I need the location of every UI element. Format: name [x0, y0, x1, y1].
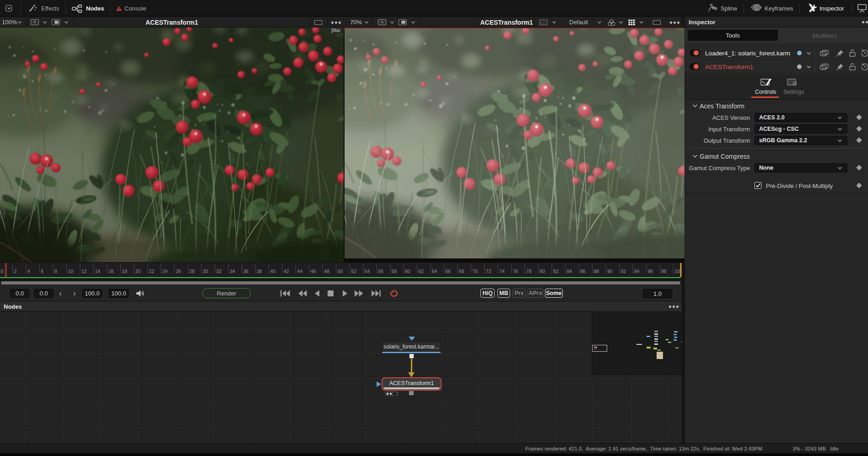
svg-text:76: 76 [513, 268, 518, 274]
svg-text:44: 44 [297, 268, 302, 274]
svg-text:56: 56 [378, 268, 383, 274]
svg-text:14: 14 [95, 268, 100, 274]
svg-text:32: 32 [216, 268, 222, 274]
svg-text:4: 4 [27, 268, 30, 274]
svg-text:34: 34 [230, 268, 235, 274]
svg-text:60: 60 [405, 268, 410, 274]
svg-text:54: 54 [365, 268, 370, 274]
svg-text:78: 78 [526, 268, 532, 274]
svg-text:46: 46 [311, 268, 316, 274]
svg-text:64: 64 [432, 268, 437, 274]
svg-text:88: 88 [593, 268, 599, 274]
svg-text:98: 98 [661, 268, 667, 274]
svg-text:68: 68 [459, 268, 464, 274]
svg-text:24: 24 [162, 268, 168, 274]
svg-text:86: 86 [580, 268, 586, 274]
svg-text:50: 50 [338, 268, 343, 274]
svg-text:40: 40 [270, 268, 275, 274]
svg-text:30: 30 [203, 268, 208, 274]
svg-text:90: 90 [607, 268, 613, 274]
svg-text:58: 58 [392, 268, 397, 274]
svg-text:48: 48 [324, 268, 329, 274]
svg-text:2: 2 [14, 268, 17, 274]
svg-text:16: 16 [108, 268, 114, 274]
svg-text:28: 28 [189, 268, 195, 274]
svg-text:62: 62 [419, 268, 424, 274]
svg-text:8: 8 [54, 268, 57, 274]
svg-text:6: 6 [41, 268, 44, 274]
svg-text:38: 38 [257, 268, 262, 274]
svg-text:52: 52 [351, 268, 356, 274]
svg-text:92: 92 [620, 268, 626, 274]
svg-text:26: 26 [176, 268, 181, 274]
svg-text:12: 12 [81, 268, 87, 274]
svg-text:36: 36 [243, 268, 249, 274]
svg-text:42: 42 [284, 268, 289, 274]
svg-text:96: 96 [647, 268, 653, 274]
svg-text:72: 72 [486, 268, 491, 274]
svg-text:22: 22 [149, 268, 154, 274]
svg-text:74: 74 [499, 268, 505, 274]
svg-text:84: 84 [567, 268, 572, 274]
svg-text:20: 20 [135, 268, 141, 274]
svg-text:94: 94 [634, 268, 640, 274]
svg-text:0: 0 [0, 268, 3, 274]
svg-text:18: 18 [122, 268, 127, 274]
svg-text:80: 80 [540, 268, 545, 274]
svg-text:10: 10 [68, 268, 74, 274]
svg-text:70: 70 [472, 268, 478, 274]
svg-text:66: 66 [445, 268, 451, 274]
svg-text:82: 82 [553, 268, 559, 274]
